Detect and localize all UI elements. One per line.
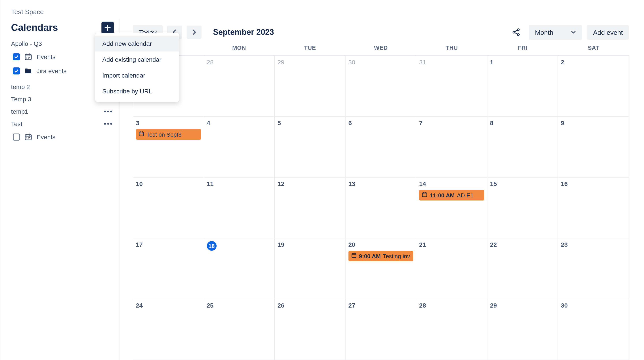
day-cell[interactable]: 24 bbox=[133, 299, 204, 360]
day-cell[interactable]: 17 bbox=[133, 238, 204, 299]
day-number: 30 bbox=[348, 59, 413, 66]
menu-item[interactable]: Import calendar bbox=[95, 67, 179, 83]
svg-point-3 bbox=[29, 57, 30, 58]
day-number: 3 bbox=[136, 119, 201, 127]
day-number: 13 bbox=[348, 180, 413, 187]
svg-rect-17 bbox=[352, 254, 356, 258]
next-month-button[interactable] bbox=[186, 25, 202, 39]
more-icon[interactable] bbox=[102, 121, 114, 127]
day-cell[interactable]: 30 bbox=[558, 299, 629, 360]
event-title: Test on Sept3 bbox=[146, 131, 182, 138]
calendar-item-label: Events bbox=[36, 134, 56, 141]
view-select[interactable]: Month bbox=[529, 25, 582, 39]
svg-point-10 bbox=[26, 138, 27, 139]
day-cell[interactable]: 1411:00 AMAD E1 bbox=[416, 178, 488, 238]
day-cell[interactable]: 30 bbox=[346, 56, 416, 117]
event-icon bbox=[422, 192, 428, 199]
day-cell[interactable]: 22 bbox=[488, 238, 558, 299]
svg-rect-15 bbox=[139, 132, 144, 136]
day-cell[interactable]: 27 bbox=[346, 299, 416, 360]
calendar-group[interactable]: Test bbox=[11, 120, 114, 127]
calendar-item[interactable]: Events bbox=[11, 130, 114, 144]
day-number: 21 bbox=[419, 241, 484, 248]
day-number: 15 bbox=[490, 180, 555, 187]
add-event-button[interactable]: Add event bbox=[587, 25, 629, 39]
svg-point-12 bbox=[513, 31, 515, 33]
weekday-header: FRI bbox=[487, 44, 558, 51]
day-number: 22 bbox=[490, 241, 555, 248]
day-cell[interactable]: 4 bbox=[204, 117, 275, 178]
day-number: 16 bbox=[561, 180, 626, 187]
calendar-checkbox[interactable] bbox=[13, 53, 20, 60]
day-number: 27 bbox=[348, 302, 413, 309]
calendar-event[interactable]: 11:00 AMAD E1 bbox=[419, 190, 484, 200]
day-number: 11 bbox=[207, 180, 272, 187]
day-cell[interactable]: 5 bbox=[275, 117, 346, 178]
calendar-icon bbox=[24, 53, 32, 61]
day-cell[interactable]: 2 bbox=[558, 56, 629, 117]
svg-point-4 bbox=[26, 58, 27, 59]
day-cell[interactable]: 15 bbox=[488, 178, 558, 238]
day-cell[interactable]: 9 bbox=[558, 117, 629, 178]
day-cell[interactable]: 1 bbox=[488, 56, 558, 117]
day-number: 26 bbox=[278, 302, 342, 309]
day-cell[interactable]: 12 bbox=[275, 178, 346, 238]
day-cell[interactable]: 28 bbox=[204, 56, 275, 117]
svg-point-14 bbox=[517, 34, 519, 36]
day-cell[interactable]: 10 bbox=[133, 178, 204, 238]
day-cell[interactable]: 7 bbox=[416, 117, 488, 178]
svg-point-7 bbox=[26, 137, 27, 138]
svg-point-8 bbox=[28, 137, 29, 138]
day-cell[interactable]: 26 bbox=[275, 299, 346, 360]
svg-point-2 bbox=[28, 57, 29, 58]
day-cell[interactable]: 29 bbox=[275, 56, 346, 117]
calendar-event[interactable]: Test on Sept3 bbox=[136, 129, 201, 140]
day-cell[interactable]: 18 bbox=[204, 238, 275, 299]
day-cell[interactable]: 3Test on Sept3 bbox=[133, 117, 204, 178]
day-number: 28 bbox=[419, 302, 484, 309]
day-cell[interactable]: 19 bbox=[275, 238, 346, 299]
day-cell[interactable]: 11 bbox=[204, 178, 275, 238]
calendar-checkbox[interactable] bbox=[13, 67, 20, 74]
day-cell[interactable]: 13 bbox=[346, 178, 416, 238]
add-calendar-button[interactable] bbox=[102, 21, 114, 34]
day-cell[interactable]: 28 bbox=[416, 299, 488, 360]
svg-point-11 bbox=[28, 138, 29, 139]
day-number: 7 bbox=[419, 119, 484, 127]
day-number: 24 bbox=[136, 302, 201, 309]
weekday-header: SAT bbox=[558, 44, 629, 51]
event-icon bbox=[138, 131, 144, 138]
day-number: 28 bbox=[207, 59, 272, 66]
more-icon[interactable] bbox=[102, 109, 114, 114]
space-name: Test Space bbox=[0, 0, 640, 19]
day-number: 29 bbox=[490, 302, 555, 309]
share-button[interactable] bbox=[508, 24, 524, 40]
calendar-event[interactable]: 9:00 AMTesting inv bbox=[348, 251, 413, 261]
menu-item[interactable]: Add new calendar bbox=[95, 36, 179, 52]
day-number: 14 bbox=[419, 180, 484, 187]
day-cell[interactable]: 8 bbox=[488, 117, 558, 178]
calendar-group[interactable]: temp1 bbox=[11, 108, 114, 115]
day-number: 23 bbox=[561, 241, 626, 248]
share-icon bbox=[512, 28, 520, 36]
day-cell[interactable]: 23 bbox=[558, 238, 629, 299]
day-number: 1 bbox=[490, 59, 555, 66]
day-number: 12 bbox=[278, 180, 342, 187]
day-cell[interactable]: 29 bbox=[488, 299, 558, 360]
day-cell[interactable]: 25 bbox=[204, 299, 275, 360]
menu-item[interactable]: Subscribe by URL bbox=[95, 83, 179, 99]
menu-item[interactable]: Add existing calendar bbox=[95, 52, 179, 67]
day-cell[interactable]: 209:00 AMTesting inv bbox=[346, 238, 416, 299]
svg-point-5 bbox=[28, 58, 29, 59]
svg-point-13 bbox=[517, 29, 519, 31]
day-number: 20 bbox=[348, 241, 413, 248]
day-cell[interactable]: 6 bbox=[346, 117, 416, 178]
day-number: 6 bbox=[348, 119, 413, 127]
calendar-group-name: temp 2 bbox=[11, 83, 30, 90]
day-cell[interactable]: 31 bbox=[416, 56, 488, 117]
calendar-group-name: Apollo - Q3 bbox=[11, 40, 42, 47]
day-cell[interactable]: 16 bbox=[558, 178, 629, 238]
day-cell[interactable]: 21 bbox=[416, 238, 488, 299]
day-number: 31 bbox=[419, 59, 484, 66]
calendar-checkbox[interactable] bbox=[13, 134, 20, 141]
